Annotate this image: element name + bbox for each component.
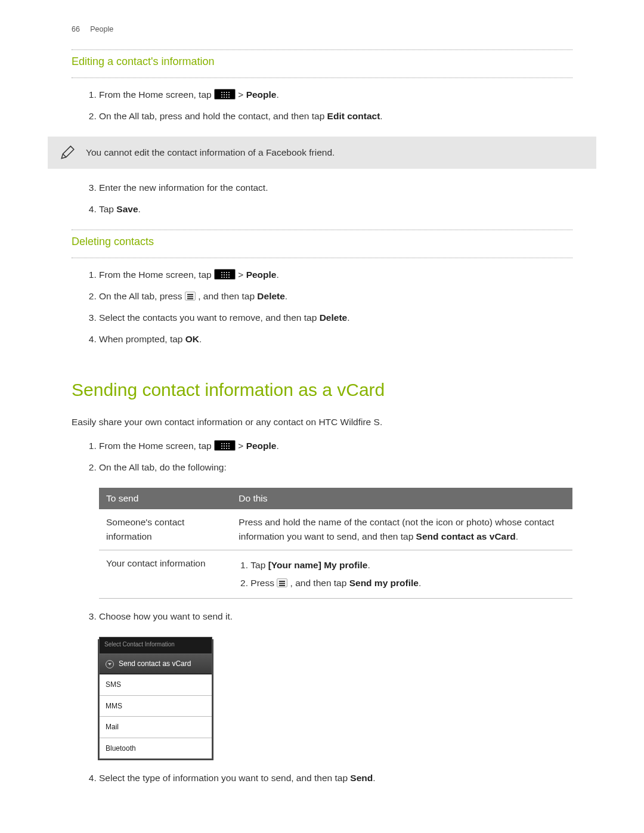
- dialog-option-sms: SMS: [100, 674, 212, 696]
- dialog-option-bluetooth: Bluetooth: [100, 738, 212, 759]
- list-item: On the All tab, press and hold the conta…: [99, 106, 572, 127]
- section-name: People: [90, 25, 113, 33]
- list-item: Enter the new information for the contac…: [99, 177, 572, 199]
- list-item: From the Home screen, tap > People.: [99, 435, 572, 457]
- divider: [72, 49, 572, 50]
- dialog-option-mms: MMS: [100, 696, 212, 717]
- list-item: Press , and then tap Send my profile.: [250, 574, 565, 592]
- page-number: 66: [72, 25, 80, 33]
- divider: [72, 78, 572, 78]
- list-item: On the All tab, press , and then tap Del…: [99, 286, 572, 307]
- page-header: 66 People: [72, 24, 572, 35]
- heading-vcard: Sending contact information as a vCard: [72, 376, 572, 404]
- list-item: Select the type of information you want …: [99, 767, 572, 789]
- menu-icon: [185, 292, 196, 301]
- subheading-deleting: Deleting contacts: [72, 234, 572, 250]
- table-row: Your contact information Tap [Your name]…: [99, 550, 572, 598]
- table-header: Do this: [231, 488, 572, 509]
- deleting-steps: From the Home screen, tap > People. On t…: [72, 264, 572, 350]
- table-cell: Your contact information: [99, 550, 231, 598]
- editing-steps: From the Home screen, tap > People. On t…: [72, 84, 572, 127]
- dropdown-icon: [106, 660, 114, 668]
- dialog-title: Select Contact Information: [100, 637, 212, 654]
- editing-steps-cont: Enter the new information for the contac…: [72, 177, 572, 220]
- vcard-steps-end: Select the type of information you want …: [72, 767, 572, 789]
- dialog-header: Send contact as vCard: [100, 654, 212, 674]
- list-item: On the All tab, do the following:: [99, 457, 572, 478]
- vcard-table: To send Do this Someone's contact inform…: [99, 488, 572, 599]
- pencil-icon: [60, 145, 75, 160]
- list-item: When prompted, tap OK.: [99, 329, 572, 350]
- table-header: To send: [99, 488, 231, 509]
- apps-grid-icon: [214, 269, 236, 280]
- table-row: Someone's contact information Press and …: [99, 509, 572, 550]
- list-item: Select the contacts you want to remove, …: [99, 307, 572, 329]
- dialog-header-label: Send contact as vCard: [119, 658, 191, 670]
- list-item: Tap Save.: [99, 199, 572, 220]
- list-item: Tap [Your name] My profile.: [250, 556, 565, 574]
- menu-icon: [277, 578, 287, 587]
- table-cell: Press and hold the name of the contact (…: [231, 509, 572, 550]
- vcard-steps-cont: Choose how you want to send it.: [72, 606, 572, 627]
- vcard-intro: Easily share your own contact informatio…: [72, 415, 572, 429]
- note-text: You cannot edit the contact information …: [86, 145, 335, 160]
- apps-grid-icon: [214, 89, 236, 100]
- note-callout: You cannot edit the contact information …: [48, 137, 596, 169]
- table-cell: Someone's contact information: [99, 509, 231, 550]
- dialog-option-mail: Mail: [100, 717, 212, 738]
- table-cell: Tap [Your name] My profile. Press , and …: [231, 550, 572, 598]
- divider: [72, 230, 572, 230]
- send-dialog-screenshot: Select Contact Information Send contact …: [99, 637, 212, 759]
- list-item: From the Home screen, tap > People.: [99, 84, 572, 106]
- divider: [72, 258, 572, 258]
- subheading-editing: Editing a contact's information: [72, 54, 572, 70]
- vcard-steps: From the Home screen, tap > People. On t…: [72, 435, 572, 478]
- list-item: From the Home screen, tap > People.: [99, 264, 572, 286]
- list-item: Choose how you want to send it.: [99, 606, 572, 627]
- apps-grid-icon: [214, 440, 236, 451]
